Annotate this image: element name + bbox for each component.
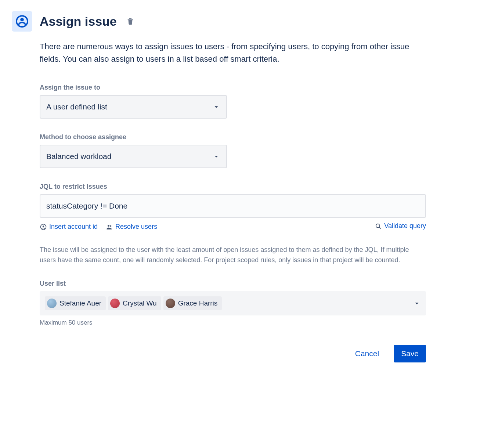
trash-icon — [126, 17, 134, 25]
description-text: There are numerous ways to assign issues… — [40, 40, 426, 65]
svg-point-6 — [376, 224, 380, 227]
jql-label: JQL to restrict issues — [40, 183, 426, 191]
header: Assign issue — [12, 11, 426, 32]
insert-account-id-label: Insert account id — [49, 223, 98, 231]
resolve-users-link[interactable]: Resolve users — [106, 223, 157, 231]
svg-line-7 — [379, 227, 381, 228]
insert-account-id-link[interactable]: Insert account id — [40, 223, 98, 231]
user-chip[interactable]: Grace Harris — [163, 296, 222, 310]
user-chip-label: Grace Harris — [178, 299, 218, 307]
jql-right-actions: Validate query — [375, 222, 426, 232]
content: There are numerous ways to assign issues… — [40, 40, 426, 362]
delete-button[interactable] — [124, 15, 137, 28]
assign-to-select[interactable]: A user defined list — [40, 95, 227, 119]
jql-actions: Insert account id Resolve users — [40, 222, 426, 232]
avatar — [110, 299, 120, 308]
jql-input[interactable] — [40, 194, 426, 218]
cancel-button[interactable]: Cancel — [348, 345, 386, 362]
user-chip[interactable]: Stefanie Auer — [45, 296, 106, 310]
svg-point-3 — [43, 225, 44, 227]
user-chip-label: Stefanie Auer — [59, 299, 101, 307]
method-field: Method to choose assignee Balanced workl… — [40, 133, 426, 168]
assign-to-field: Assign the issue to A user defined list — [40, 84, 426, 119]
svg-point-4 — [108, 225, 109, 227]
page-title: Assign issue — [40, 14, 117, 29]
user-list-select[interactable]: Stefanie AuerCrystal WuGrace Harris — [40, 291, 426, 315]
person-circle-icon — [40, 223, 47, 231]
avatar — [47, 299, 57, 308]
method-label: Method to choose assignee — [40, 133, 426, 141]
validate-query-label: Validate query — [384, 222, 426, 230]
user-chip-label: Crystal Wu — [123, 299, 157, 307]
assign-issue-icon — [12, 11, 32, 32]
chevron-down-icon — [413, 299, 421, 307]
svg-point-5 — [110, 225, 111, 227]
save-button[interactable]: Save — [394, 345, 426, 362]
assign-issue-panel: Assign issue There are numerous ways to … — [12, 11, 426, 362]
assign-to-label: Assign the issue to — [40, 84, 426, 91]
user-list-field: User list Stefanie AuerCrystal WuGrace H… — [40, 280, 426, 326]
avatar — [166, 299, 175, 308]
user-chip[interactable]: Crystal Wu — [108, 296, 161, 310]
validate-query-link[interactable]: Validate query — [375, 222, 426, 230]
method-select[interactable]: Balanced workload — [40, 145, 227, 168]
resolve-users-label: Resolve users — [115, 223, 157, 231]
footer: Cancel Save — [40, 345, 426, 362]
svg-point-1 — [20, 18, 24, 22]
users-icon — [106, 223, 113, 231]
chevron-down-icon — [212, 152, 220, 160]
user-list-hint: Maximum 50 users — [40, 319, 426, 326]
chevron-down-icon — [212, 103, 220, 111]
user-list-label: User list — [40, 280, 426, 288]
search-icon — [375, 223, 382, 230]
assign-to-value: A user defined list — [46, 102, 107, 111]
jql-left-actions: Insert account id Resolve users — [40, 223, 157, 231]
help-text: The issue will be assigned to the user w… — [40, 245, 426, 265]
method-value: Balanced workload — [46, 152, 111, 161]
jql-field: JQL to restrict issues Insert account id — [40, 183, 426, 232]
